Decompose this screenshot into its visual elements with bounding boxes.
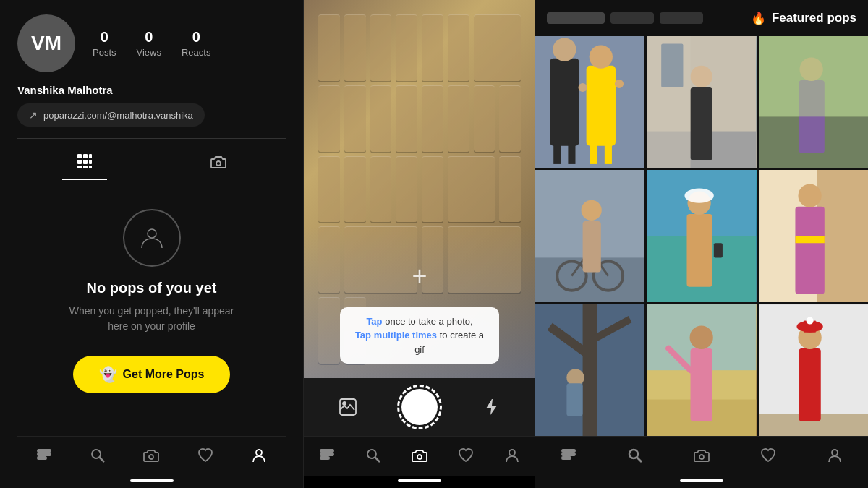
right-bottom-nav <box>535 436 868 476</box>
nav-camera-button[interactable] <box>135 443 168 468</box>
svg-point-41 <box>691 66 712 87</box>
right-nav-feed-button[interactable] <box>552 443 585 468</box>
mid-camera-icon <box>412 448 427 463</box>
svg-rect-34 <box>553 142 561 164</box>
username: Vanshika Malhotra <box>17 84 286 96</box>
key-16 <box>318 156 340 223</box>
get-more-pops-button[interactable]: 👻 Get More Pops <box>73 356 231 393</box>
svg-rect-33 <box>605 142 612 164</box>
svg-rect-32 <box>590 142 597 164</box>
svg-rect-2 <box>89 154 92 158</box>
svg-rect-55 <box>583 221 601 273</box>
snapchat-icon: 👻 <box>99 366 117 383</box>
profile-header: VM 0 Posts 0 Views 0 Reacts <box>17 14 286 72</box>
svg-point-23 <box>367 450 376 458</box>
photo-cell-3[interactable] <box>759 36 868 168</box>
home-indicator-mid <box>398 479 441 482</box>
photo-7-img <box>535 304 644 436</box>
mid-nav-camera-button[interactable] <box>403 443 436 468</box>
photo-3-img <box>759 36 868 168</box>
svg-rect-65 <box>817 170 868 301</box>
key-8 <box>318 85 340 152</box>
mid-nav-feed-button[interactable] <box>310 443 344 468</box>
camera-controls <box>304 378 535 436</box>
shutter-button[interactable] <box>397 385 442 429</box>
right-nav-camera-button[interactable] <box>685 443 718 468</box>
empty-description: When you get popped, they'll appear here… <box>65 304 239 334</box>
stat-reacts: 0 Reacts <box>182 29 210 58</box>
flash-icon <box>482 398 501 416</box>
svg-point-94 <box>629 450 638 458</box>
svg-rect-21 <box>320 453 333 455</box>
svg-rect-62 <box>714 244 723 258</box>
right-tab-2[interactable] <box>610 12 654 24</box>
svg-point-19 <box>343 402 346 405</box>
stat-posts: 0 Posts <box>93 29 116 58</box>
left-panel: VM 0 Posts 0 Views 0 Reacts Vanshika Mal… <box>0 0 304 488</box>
home-indicator-left <box>130 479 174 482</box>
mid-nav-likes-button[interactable] <box>449 443 482 468</box>
key-7 <box>474 14 522 81</box>
photo-cell-9[interactable] <box>759 304 868 436</box>
key-11 <box>396 85 417 152</box>
photo-cell-6[interactable] <box>759 170 868 301</box>
svg-rect-3 <box>77 160 82 164</box>
photo-5-img <box>647 170 756 301</box>
featured-pops-title: Featured pops <box>772 11 856 25</box>
right-nav-likes-button[interactable] <box>752 443 785 468</box>
camera-view[interactable]: + Tap once to take a photo, Tap multiple… <box>304 0 535 378</box>
svg-point-14 <box>92 450 101 458</box>
grid-view-tab[interactable] <box>62 147 107 180</box>
photo-8-img <box>647 304 756 436</box>
key-17 <box>344 156 366 223</box>
camera-view-tab[interactable] <box>196 147 241 180</box>
svg-rect-91 <box>562 450 575 452</box>
add-photo-icon[interactable]: + <box>412 261 427 291</box>
gallery-button[interactable] <box>339 398 357 416</box>
svg-point-37 <box>615 80 624 88</box>
nav-feed-button[interactable] <box>27 443 61 468</box>
right-nav-search-button[interactable] <box>618 443 652 468</box>
mid-nav-search-button[interactable] <box>357 443 390 468</box>
mid-nav-profile-button[interactable] <box>495 443 529 468</box>
stat-views: 0 Views <box>137 29 161 58</box>
stats-container: 0 Posts 0 Views 0 Reacts <box>93 29 210 58</box>
photo-cell-7[interactable] <box>535 304 644 436</box>
key-19 <box>396 156 417 223</box>
key-10 <box>370 85 392 152</box>
key-18 <box>370 156 392 223</box>
flash-button[interactable] <box>482 398 501 416</box>
nav-search-button[interactable] <box>81 443 114 468</box>
photo-cell-5[interactable] <box>647 170 756 301</box>
key-20 <box>422 156 443 223</box>
tap-label: Tap <box>366 316 382 327</box>
svg-point-67 <box>798 184 821 207</box>
photo-4-img <box>535 170 644 301</box>
empty-state: No pops of you yet When you get popped, … <box>17 194 286 436</box>
svg-rect-22 <box>320 457 329 459</box>
photo-cell-8[interactable] <box>647 304 756 436</box>
svg-rect-28 <box>550 59 579 146</box>
empty-icon-circle <box>123 209 181 267</box>
svg-point-80 <box>690 325 713 348</box>
right-tab-1[interactable] <box>547 12 605 24</box>
key-5 <box>422 14 443 81</box>
photo-9-img <box>759 304 868 436</box>
svg-rect-68 <box>795 236 824 243</box>
mid-heart-icon <box>458 448 474 463</box>
svg-rect-1 <box>83 154 88 158</box>
link-icon: ↗ <box>29 109 38 121</box>
right-tab-3[interactable] <box>660 12 703 24</box>
camera-panel: + Tap once to take a photo, Tap multiple… <box>304 0 535 488</box>
profile-link[interactable]: ↗ poparazzi.com/@malhotra.vanshika <box>17 103 205 127</box>
nav-profile-button[interactable] <box>242 443 276 468</box>
photo-cell-4[interactable] <box>535 170 644 301</box>
photo-cell-1[interactable] <box>535 36 644 168</box>
gallery-icon <box>339 398 357 416</box>
nav-likes-button[interactable] <box>189 443 222 468</box>
featured-pops-section: 🔥 Featured pops <box>751 11 856 26</box>
right-nav-profile-button[interactable] <box>818 443 851 468</box>
photo-cell-2[interactable] <box>647 36 756 168</box>
svg-rect-6 <box>77 166 82 168</box>
key-12 <box>422 85 443 152</box>
